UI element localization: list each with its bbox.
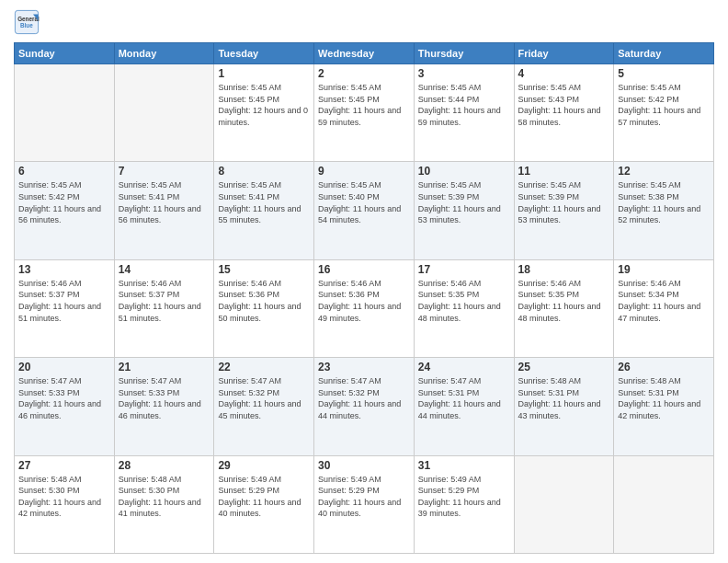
sunset-text: Sunset: 5:36 PM (318, 289, 410, 301)
sunset-text: Sunset: 5:45 PM (218, 94, 310, 106)
sunset-text: Sunset: 5:29 PM (218, 485, 310, 497)
daylight-text: Daylight: 11 hours and 41 minutes. (119, 497, 210, 520)
calendar-cell: 5 Sunrise: 5:45 AM Sunset: 5:42 PM Dayli… (614, 64, 714, 162)
sunrise-text: Sunrise: 5:47 AM (418, 375, 510, 387)
calendar-cell: 28 Sunrise: 5:48 AM Sunset: 5:30 PM Dayl… (114, 455, 214, 553)
day-info: Sunrise: 5:48 AM Sunset: 5:30 PM Dayligh… (18, 474, 110, 520)
sunrise-text: Sunrise: 5:45 AM (618, 179, 710, 191)
day-info: Sunrise: 5:45 AM Sunset: 5:42 PM Dayligh… (618, 82, 710, 128)
day-number: 20 (18, 361, 110, 373)
logo: General Blue (14, 9, 40, 35)
day-number: 6 (18, 165, 110, 178)
calendar-cell: 11 Sunrise: 5:45 AM Sunset: 5:39 PM Dayl… (514, 162, 614, 259)
day-number: 15 (218, 263, 310, 276)
calendar-header-monday: Monday (114, 43, 214, 64)
daylight-text: Daylight: 11 hours and 52 minutes. (618, 203, 710, 226)
sunset-text: Sunset: 5:35 PM (518, 289, 610, 301)
sunrise-text: Sunrise: 5:46 AM (18, 278, 110, 290)
sunrise-text: Sunrise: 5:49 AM (318, 474, 410, 486)
day-number: 13 (18, 263, 110, 276)
sunset-text: Sunset: 5:36 PM (218, 289, 310, 301)
day-number: 11 (518, 165, 610, 178)
daylight-text: Daylight: 12 hours and 0 minutes. (218, 105, 310, 128)
day-number: 4 (518, 67, 610, 80)
sunset-text: Sunset: 5:37 PM (119, 289, 210, 301)
day-number: 18 (518, 263, 610, 276)
day-number: 1 (218, 67, 310, 80)
calendar-cell: 6 Sunrise: 5:45 AM Sunset: 5:42 PM Dayli… (15, 162, 115, 259)
sunrise-text: Sunrise: 5:46 AM (318, 278, 410, 290)
calendar-week-row: 6 Sunrise: 5:45 AM Sunset: 5:42 PM Dayli… (15, 162, 714, 259)
sunset-text: Sunset: 5:39 PM (518, 191, 610, 203)
sunrise-text: Sunrise: 5:46 AM (518, 278, 610, 290)
sunrise-text: Sunrise: 5:46 AM (418, 278, 510, 290)
daylight-text: Daylight: 11 hours and 44 minutes. (418, 398, 510, 421)
calendar-cell: 31 Sunrise: 5:49 AM Sunset: 5:29 PM Dayl… (414, 455, 514, 553)
day-info: Sunrise: 5:47 AM Sunset: 5:33 PM Dayligh… (119, 375, 210, 421)
daylight-text: Daylight: 11 hours and 51 minutes. (18, 301, 110, 324)
day-number: 17 (418, 263, 510, 276)
day-number: 29 (218, 459, 310, 472)
daylight-text: Daylight: 11 hours and 48 minutes. (418, 301, 510, 324)
daylight-text: Daylight: 11 hours and 59 minutes. (418, 105, 510, 128)
daylight-text: Daylight: 11 hours and 51 minutes. (119, 301, 210, 324)
sunrise-text: Sunrise: 5:45 AM (618, 82, 710, 94)
sunrise-text: Sunrise: 5:45 AM (318, 179, 410, 191)
daylight-text: Daylight: 11 hours and 59 minutes. (318, 105, 410, 128)
sunset-text: Sunset: 5:44 PM (418, 94, 510, 106)
calendar-cell: 27 Sunrise: 5:48 AM Sunset: 5:30 PM Dayl… (15, 455, 115, 553)
day-number: 30 (318, 459, 410, 472)
calendar-cell: 9 Sunrise: 5:45 AM Sunset: 5:40 PM Dayli… (314, 162, 415, 259)
calendar-header-row: SundayMondayTuesdayWednesdayThursdayFrid… (15, 43, 714, 64)
day-info: Sunrise: 5:46 AM Sunset: 5:35 PM Dayligh… (518, 278, 610, 324)
day-info: Sunrise: 5:49 AM Sunset: 5:29 PM Dayligh… (418, 474, 510, 520)
daylight-text: Daylight: 11 hours and 42 minutes. (18, 497, 110, 520)
logo-icon: General Blue (14, 9, 40, 35)
day-number: 7 (119, 165, 210, 178)
day-number: 12 (618, 165, 710, 178)
sunrise-text: Sunrise: 5:45 AM (119, 179, 210, 191)
sunset-text: Sunset: 5:42 PM (618, 94, 710, 106)
daylight-text: Daylight: 11 hours and 47 minutes. (618, 301, 710, 324)
day-info: Sunrise: 5:45 AM Sunset: 5:41 PM Dayligh… (119, 179, 210, 225)
day-info: Sunrise: 5:45 AM Sunset: 5:40 PM Dayligh… (318, 179, 410, 225)
sunset-text: Sunset: 5:45 PM (318, 94, 410, 106)
sunset-text: Sunset: 5:30 PM (18, 485, 110, 497)
sunrise-text: Sunrise: 5:48 AM (119, 474, 210, 486)
day-info: Sunrise: 5:46 AM Sunset: 5:37 PM Dayligh… (18, 278, 110, 324)
sunset-text: Sunset: 5:42 PM (18, 191, 110, 203)
day-number: 28 (119, 459, 210, 472)
sunset-text: Sunset: 5:33 PM (119, 387, 210, 399)
calendar-cell: 7 Sunrise: 5:45 AM Sunset: 5:41 PM Dayli… (114, 162, 214, 259)
daylight-text: Daylight: 11 hours and 46 minutes. (119, 398, 210, 421)
sunset-text: Sunset: 5:29 PM (318, 485, 410, 497)
day-number: 31 (418, 459, 510, 472)
calendar-cell: 22 Sunrise: 5:47 AM Sunset: 5:32 PM Dayl… (214, 358, 314, 455)
sunset-text: Sunset: 5:32 PM (318, 387, 410, 399)
calendar-header-tuesday: Tuesday (214, 43, 314, 64)
calendar-week-row: 13 Sunrise: 5:46 AM Sunset: 5:37 PM Dayl… (15, 259, 714, 357)
calendar-cell (614, 455, 714, 553)
day-info: Sunrise: 5:45 AM Sunset: 5:44 PM Dayligh… (418, 82, 510, 128)
calendar-table: SundayMondayTuesdayWednesdayThursdayFrid… (14, 42, 714, 554)
sunrise-text: Sunrise: 5:49 AM (218, 474, 310, 486)
header: General Blue (14, 9, 714, 35)
day-number: 22 (218, 361, 310, 373)
calendar-cell: 2 Sunrise: 5:45 AM Sunset: 5:45 PM Dayli… (314, 64, 415, 162)
calendar-cell (514, 455, 614, 553)
daylight-text: Daylight: 11 hours and 54 minutes. (318, 203, 410, 226)
sunrise-text: Sunrise: 5:47 AM (218, 375, 310, 387)
daylight-text: Daylight: 11 hours and 49 minutes. (318, 301, 410, 324)
daylight-text: Daylight: 11 hours and 46 minutes. (18, 398, 110, 421)
sunset-text: Sunset: 5:43 PM (518, 94, 610, 106)
day-info: Sunrise: 5:45 AM Sunset: 5:43 PM Dayligh… (518, 82, 610, 128)
day-number: 16 (318, 263, 410, 276)
sunrise-text: Sunrise: 5:48 AM (18, 474, 110, 486)
calendar-header-friday: Friday (514, 43, 614, 64)
day-number: 3 (418, 67, 510, 80)
day-number: 23 (318, 361, 410, 373)
calendar-cell: 8 Sunrise: 5:45 AM Sunset: 5:41 PM Dayli… (214, 162, 314, 259)
day-info: Sunrise: 5:45 AM Sunset: 5:41 PM Dayligh… (218, 179, 310, 225)
calendar-cell: 26 Sunrise: 5:48 AM Sunset: 5:31 PM Dayl… (614, 358, 714, 455)
daylight-text: Daylight: 11 hours and 58 minutes. (518, 105, 610, 128)
